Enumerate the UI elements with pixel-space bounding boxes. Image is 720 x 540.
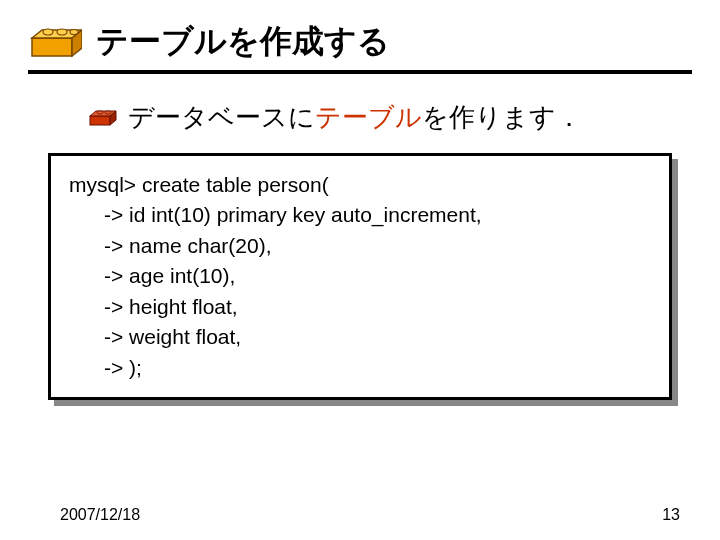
code-line: mysql> create table person(: [69, 173, 329, 196]
subtitle-text: データベースにテーブルを作ります．: [128, 100, 582, 135]
svg-point-4: [57, 29, 67, 35]
footer: 2007/12/18 13: [0, 506, 720, 524]
code-line: -> name char(20),: [69, 234, 272, 257]
title-row: テーブルを作成する: [28, 20, 692, 64]
svg-point-9: [97, 110, 103, 113]
lego-brick-small-icon: [88, 108, 118, 128]
code-line: -> );: [69, 356, 142, 379]
code-line: -> id int(10) primary key auto_increment…: [69, 203, 482, 226]
code-block-wrap: mysql> create table person( -> id int(10…: [48, 153, 672, 400]
svg-rect-0: [32, 38, 72, 56]
code-line: -> age int(10),: [69, 264, 235, 287]
code-line: -> height float,: [69, 295, 238, 318]
footer-page-number: 13: [662, 506, 680, 524]
slide-title: テーブルを作成する: [96, 20, 390, 64]
code-line: -> weight float,: [69, 325, 241, 348]
lego-brick-icon: [28, 24, 82, 60]
subtitle-part1: データベースに: [128, 102, 315, 132]
code-block: mysql> create table person( -> id int(10…: [48, 153, 672, 400]
subtitle-highlight: テーブル: [315, 102, 422, 132]
svg-rect-6: [90, 116, 110, 125]
subtitle-part2: を作ります．: [422, 102, 582, 132]
subtitle-row: データベースにテーブルを作ります．: [88, 100, 692, 135]
horizontal-rule: [28, 70, 692, 74]
svg-point-10: [105, 110, 111, 113]
svg-point-5: [70, 30, 78, 35]
footer-date: 2007/12/18: [60, 506, 140, 524]
svg-point-3: [43, 29, 53, 35]
